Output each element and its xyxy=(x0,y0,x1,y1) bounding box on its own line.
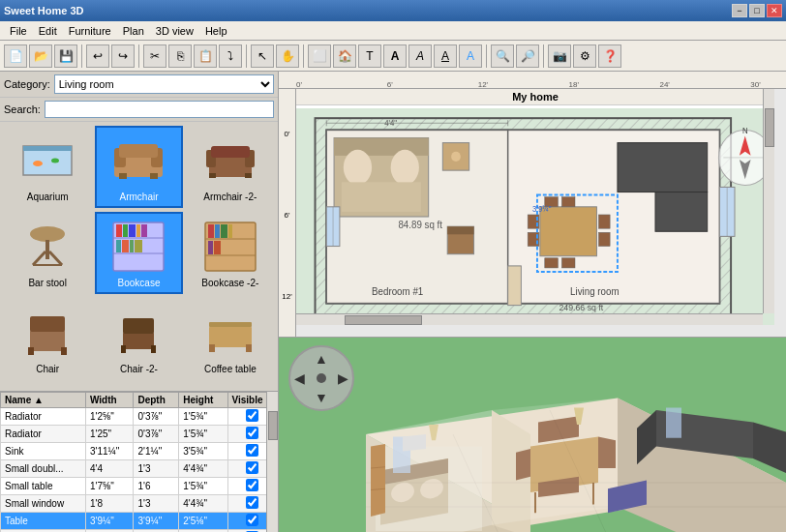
table-row[interactable]: Small window 1'8 1'3 4'4¾" xyxy=(1,495,278,513)
zoom-out-button[interactable]: 🔎 xyxy=(516,44,539,68)
furniture-item-chair2[interactable]: Chair -2- xyxy=(95,298,182,380)
redo-button[interactable]: ↪ xyxy=(111,44,135,68)
table-scrollbar-v[interactable] xyxy=(266,392,278,532)
undo-button[interactable]: ↩ xyxy=(86,44,109,68)
armchair2-label: Armchair -2- xyxy=(203,192,257,202)
text3-button[interactable]: A xyxy=(459,44,482,68)
furniture-item-chair[interactable]: Chair xyxy=(4,298,91,380)
menu-file[interactable]: File xyxy=(4,23,33,39)
svg-rect-41 xyxy=(214,241,221,254)
menu-furniture[interactable]: Furniture xyxy=(63,23,117,39)
visible-checkbox[interactable] xyxy=(246,496,258,509)
table-row[interactable]: Sink 3'11¼" 2'1¼" 3'5¾" xyxy=(1,443,278,460)
screenshot-button[interactable]: 📷 xyxy=(548,44,571,68)
visible-checkbox[interactable] xyxy=(246,444,258,457)
right-column: 0' 6' 12' 18' 24' 30' 0' 6' 12' xyxy=(279,72,786,532)
furniture-item-coffeetable[interactable]: Coffee table xyxy=(187,298,274,380)
menu-3dview[interactable]: 3D view xyxy=(150,23,199,39)
wall-button[interactable]: ⬜ xyxy=(308,44,331,68)
cell-depth: 0'3⅞" xyxy=(134,426,179,443)
table-row[interactable]: Small doubl... 4'4 1'3 4'4¾" xyxy=(1,460,278,478)
font-button[interactable]: A xyxy=(383,44,407,68)
copy-button[interactable]: ⎘ xyxy=(168,44,192,68)
table-row[interactable]: Radiator 1'2⅝" 0'3⅞" 1'5¾" xyxy=(1,408,278,426)
cell-height: 1'5¾" xyxy=(179,426,227,443)
svg-rect-94 xyxy=(508,266,522,306)
furniture-grid: Aquarium Armchair xyxy=(0,122,278,391)
svg-rect-14 xyxy=(209,173,216,178)
visible-checkbox[interactable] xyxy=(246,427,258,439)
svg-rect-42 xyxy=(30,330,65,351)
svg-rect-39 xyxy=(228,224,232,238)
col-name[interactable]: Name ▲ xyxy=(1,393,86,408)
title-bar: Sweet Home 3D − □ ✕ xyxy=(0,0,786,21)
furniture-item-bookcase[interactable]: Bookcase xyxy=(95,212,182,294)
paste-button[interactable]: 📋 xyxy=(194,44,217,68)
furniture-item-barstool[interactable]: Bar stool xyxy=(4,212,91,294)
nav-left-button[interactable]: ◀ xyxy=(294,370,305,386)
furniture-item-armchair[interactable]: Armchair xyxy=(95,126,182,208)
visible-checkbox[interactable] xyxy=(246,479,258,491)
zoom-in-button[interactable]: 🔍 xyxy=(491,44,514,68)
plan-scrollbar-thumb-v[interactable] xyxy=(765,108,774,147)
visible-checkbox[interactable] xyxy=(246,461,258,474)
svg-rect-46 xyxy=(123,332,154,349)
table-row[interactable]: Table 3'9¼" 3'9¼" 2'5⅛" xyxy=(1,513,278,530)
floor-plan[interactable]: My home xyxy=(296,89,774,325)
text-button[interactable]: A xyxy=(408,44,432,68)
pan-button[interactable]: ✋ xyxy=(276,44,299,68)
nav-down-button[interactable]: ▼ xyxy=(315,390,328,405)
svg-rect-32 xyxy=(135,240,142,252)
scrollbar-thumb[interactable] xyxy=(268,411,278,440)
svg-rect-75 xyxy=(618,143,708,192)
svg-rect-28 xyxy=(141,224,147,237)
cell-depth: 1'6 xyxy=(134,478,179,495)
room-button[interactable]: 🏠 xyxy=(333,44,356,68)
text2-button[interactable]: A xyxy=(434,44,457,68)
label-button[interactable]: T xyxy=(358,44,381,68)
cell-width: 3'11¼" xyxy=(85,443,133,460)
nav-right-button[interactable]: ▶ xyxy=(338,370,348,386)
table-row[interactable]: Radiator 1'25" 0'3⅞" 1'5¾" xyxy=(1,426,278,443)
col-height[interactable]: Height xyxy=(179,393,227,408)
furniture-item-bookcase2[interactable]: Bookcase -2- xyxy=(187,212,274,294)
settings-button[interactable]: ⚙ xyxy=(573,44,596,68)
svg-marker-129 xyxy=(492,399,618,525)
new-button[interactable]: 📄 xyxy=(4,44,27,68)
plan-scrollbar-h[interactable] xyxy=(296,313,763,325)
menu-help[interactable]: Help xyxy=(199,23,233,39)
help-icon-button[interactable]: ❓ xyxy=(598,44,621,68)
armchair2-preview xyxy=(197,132,263,190)
menu-edit[interactable]: Edit xyxy=(33,23,63,39)
svg-line-19 xyxy=(49,251,62,265)
svg-point-70 xyxy=(451,152,461,162)
menu-plan[interactable]: Plan xyxy=(117,23,150,39)
plan-scrollbar-thumb-h[interactable] xyxy=(345,315,422,325)
svg-point-3 xyxy=(51,159,59,163)
cell-width: 3'9¼" xyxy=(85,513,133,530)
category-select[interactable]: Living room Bedroom Kitchen Bathroom Off… xyxy=(54,74,274,94)
import-button[interactable]: ⤵ xyxy=(219,44,242,68)
furniture-item-armchair2[interactable]: Armchair -2- xyxy=(187,126,274,208)
minimize-button[interactable]: − xyxy=(732,4,747,17)
save-button[interactable]: 💾 xyxy=(54,44,77,68)
cut-button[interactable]: ✂ xyxy=(143,44,166,68)
svg-rect-72 xyxy=(447,226,473,234)
visible-checkbox[interactable] xyxy=(246,514,258,526)
select-button[interactable]: ↖ xyxy=(251,44,274,68)
visible-checkbox[interactable] xyxy=(246,409,258,422)
close-button[interactable]: ✕ xyxy=(767,4,782,17)
svg-text:Bedroom #1: Bedroom #1 xyxy=(372,286,424,297)
table-row[interactable]: Small table 1'7⅝" 1'6 1'5¾" xyxy=(1,478,278,495)
nav-up-button[interactable]: ▲ xyxy=(315,351,328,367)
svg-rect-36 xyxy=(208,224,214,238)
furniture-item-aquarium[interactable]: Aquarium xyxy=(4,126,91,208)
col-depth[interactable]: Depth xyxy=(134,393,179,408)
plan-scrollbar-v[interactable] xyxy=(763,89,774,313)
plan-title: My home xyxy=(296,89,774,105)
search-input[interactable] xyxy=(45,101,274,118)
svg-rect-40 xyxy=(208,241,213,254)
maximize-button[interactable]: □ xyxy=(749,4,765,17)
col-width[interactable]: Width xyxy=(85,393,133,408)
open-button[interactable]: 📂 xyxy=(29,44,52,68)
